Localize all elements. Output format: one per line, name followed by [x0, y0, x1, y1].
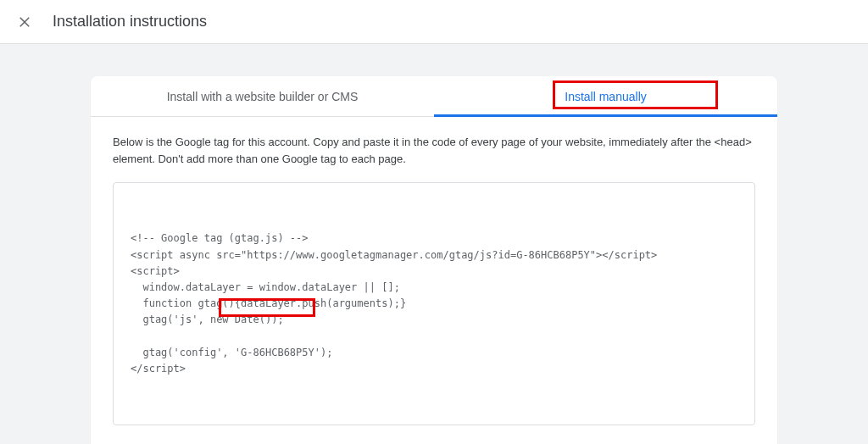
code-line: <script> — [131, 265, 180, 277]
page-title: Installation instructions — [53, 13, 207, 31]
tab-underline — [434, 114, 777, 117]
instruction-text: Below is the Google tag for this account… — [113, 134, 755, 167]
tab-cms[interactable]: Install with a website builder or CMS — [91, 76, 434, 116]
code-line: <script async src="https://www.googletag… — [131, 249, 657, 261]
tabs: Install with a website builder or CMS In… — [91, 76, 777, 117]
content-area: Install with a website builder or CMS In… — [0, 44, 868, 444]
tab-cms-label: Install with a website builder or CMS — [167, 90, 359, 103]
copy-icon[interactable] — [727, 195, 743, 210]
tab-manual-label: Install manually — [565, 90, 647, 103]
header-bar: Installation instructions — [0, 0, 868, 44]
code-line: </script> — [131, 363, 186, 375]
tab-manual[interactable]: Install manually — [434, 76, 777, 116]
close-icon[interactable] — [17, 14, 32, 30]
main-panel: Install with a website builder or CMS In… — [91, 76, 777, 444]
panel-body: Below is the Google tag for this account… — [91, 117, 777, 444]
code-block: <!-- Google tag (gtag.js) --> <script as… — [113, 182, 755, 425]
code-line: gtag('js', new Date()); — [131, 314, 284, 325]
code-line: <!-- Google tag (gtag.js) --> — [131, 232, 309, 244]
code-line: window.dataLayer = window.dataLayer || [… — [131, 281, 400, 293]
code-line: function gtag(){dataLayer.push(arguments… — [131, 297, 406, 309]
code-line-highlighted: 'G-86HCB68P5Y'); — [235, 347, 333, 358]
code-line: gtag('config', — [131, 347, 235, 358]
